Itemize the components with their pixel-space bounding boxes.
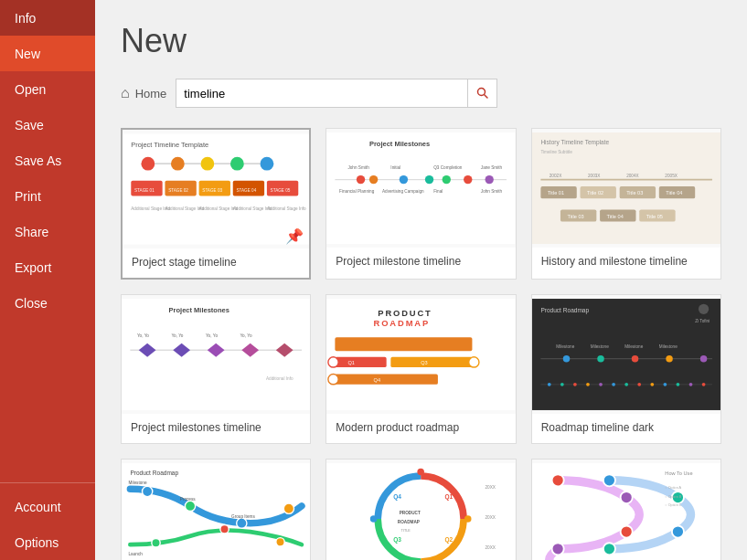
sidebar-item-label: Close (15, 296, 48, 311)
sidebar-item-save[interactable]: Save (0, 107, 95, 143)
svg-text:Q4: Q4 (393, 493, 401, 501)
svg-text:PRODUCT: PRODUCT (400, 511, 421, 515)
svg-text:Product Roadmap: Product Roadmap (540, 307, 589, 314)
sidebar-item-label: Info (15, 11, 36, 26)
svg-text:Title 01: Title 01 (548, 191, 564, 196)
svg-point-147 (370, 515, 378, 523)
svg-text:○ Option B: ○ Option B (665, 495, 681, 499)
svg-text:Title 04: Title 04 (606, 214, 623, 219)
svg-text:STAGE 04: STAGE 04 (236, 188, 256, 193)
sidebar-item-options[interactable]: Options (0, 524, 95, 560)
svg-point-110 (560, 383, 564, 386)
svg-text:Project Milestones: Project Milestones (369, 140, 430, 148)
sidebar-item-account[interactable]: Account (0, 489, 95, 524)
svg-point-120 (688, 383, 692, 386)
svg-point-101 (631, 355, 638, 363)
svg-point-8 (260, 157, 273, 171)
svg-point-112 (586, 383, 590, 386)
svg-text:Additional Stage Info: Additional Stage Info (267, 206, 306, 211)
svg-rect-94 (532, 299, 720, 410)
template-label: Roadmap timeline dark (532, 414, 720, 443)
template-card[interactable]: How To Use ○ Option A (531, 459, 721, 560)
svg-text:Financial Planning: Financial Planning (339, 189, 375, 194)
svg-text:Title 02: Title 02 (587, 191, 603, 196)
svg-text:Final: Final (434, 189, 443, 194)
template-card[interactable]: PRODUCT ROADMAP Q1 Q3 Q4 (325, 294, 516, 444)
svg-text:How To Use: How To Use (665, 470, 692, 476)
svg-text:20XX: 20XX (486, 545, 496, 550)
svg-text:Advertising Campaign: Advertising Campaign (382, 189, 424, 194)
template-thumb: Product Roadmap Milestone Process Group … (122, 460, 310, 560)
svg-text:STAGE 01: STAGE 01 (134, 188, 155, 193)
sidebar-item-share[interactable]: Share (0, 214, 95, 249)
search-input[interactable] (176, 79, 468, 108)
svg-text:Initial: Initial (391, 165, 401, 170)
svg-point-160 (672, 526, 684, 538)
sidebar-item-label: New (15, 47, 40, 61)
sidebar-item-new[interactable]: New (0, 36, 95, 71)
sidebar-item-open[interactable]: Open (0, 71, 95, 107)
sidebar-item-label: Options (15, 535, 59, 550)
sidebar-item-label: Export (15, 260, 51, 275)
svg-text:John Smith: John Smith (481, 189, 503, 194)
template-card[interactable]: Project Timeline Template (121, 128, 311, 280)
template-card[interactable]: Q1 Q2 Q3 Q4 PRODUCT ROADMAP TITLE LOGO (325, 459, 516, 560)
svg-text:History Timeline Template: History Timeline Template (540, 139, 609, 146)
main-content: New ⌂ Home Project Timeline Template (95, 0, 747, 560)
template-thumb: Project Timeline Template (123, 130, 309, 248)
home-label: Home (135, 87, 167, 100)
svg-point-111 (573, 383, 577, 386)
svg-point-154 (551, 474, 563, 486)
svg-text:Yo, Yo: Yo, Yo (206, 333, 218, 338)
svg-text:Q3: Q3 (393, 536, 401, 544)
svg-point-161 (603, 543, 614, 555)
svg-text:STAGE 05: STAGE 05 (271, 188, 291, 193)
svg-text:Timeline Subtitle: Timeline Subtitle (540, 150, 572, 154)
svg-text:Group Items: Group Items (231, 514, 255, 519)
svg-point-133 (276, 538, 284, 546)
svg-text:2005X: 2005X (665, 174, 678, 178)
svg-point-156 (620, 526, 632, 538)
template-label: Project milestone timeline (326, 248, 515, 277)
svg-text:Q3 Completion: Q3 Completion (434, 165, 464, 170)
svg-text:Jane Smith: Jane Smith (481, 165, 503, 170)
svg-text:TITLE: TITLE (401, 529, 411, 533)
sidebar: Info New Open Save Save As Print Share E… (0, 0, 95, 560)
template-card[interactable]: Product Roadmap Zi Tofini Milestone Mile… (531, 294, 721, 444)
search-button[interactable] (468, 79, 497, 108)
template-card[interactable]: Project Milestones John Smith Initial Q3… (325, 128, 516, 280)
sidebar-item-label: Share (15, 225, 48, 239)
svg-point-100 (597, 355, 604, 363)
svg-point-119 (676, 383, 679, 386)
svg-point-91 (328, 357, 338, 367)
svg-point-158 (603, 474, 614, 486)
sidebar-item-save-as[interactable]: Save As (0, 143, 95, 178)
template-card[interactable]: Project Milestones Yo, Yo Yo, Yo Yo, Yo … (121, 294, 311, 444)
svg-text:Title 04: Title 04 (666, 191, 682, 196)
svg-text:STAGE 03: STAGE 03 (202, 188, 222, 193)
template-thumb: PRODUCT ROADMAP Q1 Q3 Q4 (326, 295, 515, 414)
template-card[interactable]: Product Roadmap Milestone Process Group … (121, 459, 311, 560)
template-card[interactable]: History Timeline Template Timeline Subti… (531, 128, 721, 280)
sidebar-item-info[interactable]: Info (0, 0, 95, 36)
svg-text:Title 03: Title 03 (626, 191, 643, 196)
svg-text:Milestone: Milestone (129, 481, 147, 485)
svg-text:○ Option C: ○ Option C (665, 503, 681, 507)
svg-point-126 (237, 518, 247, 528)
svg-text:ROADMAP: ROADMAP (398, 520, 420, 524)
sidebar-item-export[interactable]: Export (0, 249, 95, 285)
svg-text:ROADMAP: ROADMAP (374, 319, 431, 328)
template-thumb: Project Milestones Yo, Yo Yo, Yo Yo, Yo … (122, 295, 310, 414)
home-link[interactable]: ⌂ Home (121, 85, 166, 101)
svg-text:Project Milestones: Project Milestones (169, 306, 229, 314)
sidebar-item-print[interactable]: Print (0, 178, 95, 214)
svg-point-116 (637, 383, 641, 386)
svg-text:2003X: 2003X (588, 174, 601, 178)
template-label: Project stage timeline (123, 248, 309, 278)
svg-point-99 (562, 355, 570, 363)
svg-text:Milestone: Milestone (658, 344, 677, 349)
svg-text:Zi Tofini: Zi Tofini (695, 319, 710, 323)
svg-point-125 (185, 501, 195, 511)
svg-point-32 (400, 175, 408, 184)
sidebar-item-close[interactable]: Close (0, 285, 95, 321)
